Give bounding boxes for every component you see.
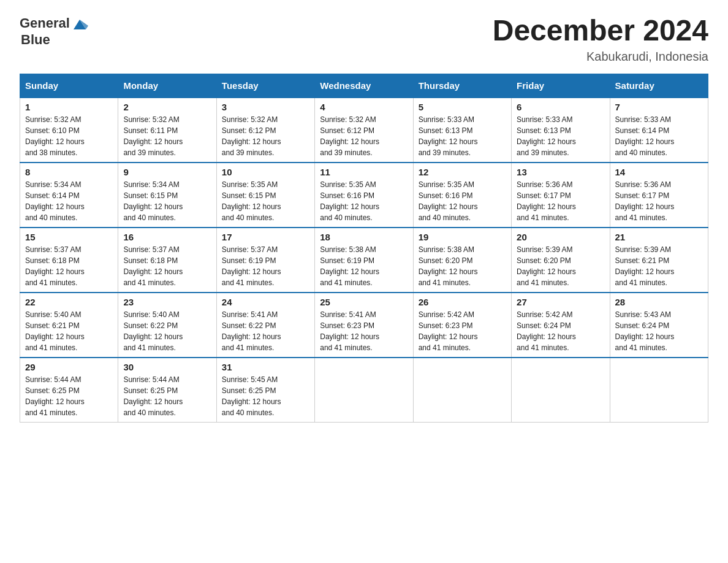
day-number: 23 [123,297,211,307]
day-number: 4 [320,102,408,112]
day-info: Sunrise: 5:32 AMSunset: 6:10 PMDaylight:… [25,114,113,158]
day-info: Sunrise: 5:37 AMSunset: 6:18 PMDaylight:… [123,244,211,288]
day-info: Sunrise: 5:40 AMSunset: 6:21 PMDaylight:… [25,309,113,353]
day-info: Sunrise: 5:39 AMSunset: 6:21 PMDaylight:… [615,244,703,288]
day-cell: 22Sunrise: 5:40 AMSunset: 6:21 PMDayligh… [20,293,118,358]
col-header-thursday: Thursday [413,74,511,98]
day-cell: 5Sunrise: 5:33 AMSunset: 6:13 PMDaylight… [413,98,511,163]
col-header-saturday: Saturday [610,74,708,98]
day-number: 18 [320,232,408,242]
day-number: 19 [419,232,506,242]
logo-general: General [20,15,70,31]
day-info: Sunrise: 5:35 AMSunset: 6:16 PMDaylight:… [419,179,506,223]
day-number: 31 [222,362,309,372]
day-number: 6 [517,102,604,112]
day-cell: 24Sunrise: 5:41 AMSunset: 6:22 PMDayligh… [216,293,314,358]
day-cell: 18Sunrise: 5:38 AMSunset: 6:19 PMDayligh… [315,228,413,293]
day-cell: 11Sunrise: 5:35 AMSunset: 6:16 PMDayligh… [315,163,413,228]
day-cell: 15Sunrise: 5:37 AMSunset: 6:18 PMDayligh… [20,228,118,293]
week-row-1: 1Sunrise: 5:32 AMSunset: 6:10 PMDaylight… [20,98,708,163]
day-cell: 21Sunrise: 5:39 AMSunset: 6:21 PMDayligh… [610,228,708,293]
day-info: Sunrise: 5:35 AMSunset: 6:15 PMDaylight:… [222,179,309,223]
day-cell [512,358,610,423]
day-number: 20 [517,232,604,242]
title-block: December 2024 Kabukarudi, Indonesia [493,15,708,64]
week-row-5: 29Sunrise: 5:44 AMSunset: 6:25 PMDayligh… [20,358,708,423]
day-number: 11 [320,167,408,177]
day-number: 1 [25,102,113,112]
day-cell: 2Sunrise: 5:32 AMSunset: 6:11 PMDaylight… [118,98,216,163]
logo: General Blue [20,15,88,48]
day-cell: 13Sunrise: 5:36 AMSunset: 6:17 PMDayligh… [512,163,610,228]
col-header-friday: Friday [512,74,610,98]
day-info: Sunrise: 5:37 AMSunset: 6:18 PMDaylight:… [25,244,113,288]
day-info: Sunrise: 5:44 AMSunset: 6:25 PMDaylight:… [123,374,211,418]
day-cell: 28Sunrise: 5:43 AMSunset: 6:24 PMDayligh… [610,293,708,358]
day-info: Sunrise: 5:41 AMSunset: 6:23 PMDaylight:… [320,309,408,353]
day-info: Sunrise: 5:33 AMSunset: 6:13 PMDaylight:… [419,114,506,158]
day-cell: 23Sunrise: 5:40 AMSunset: 6:22 PMDayligh… [118,293,216,358]
day-info: Sunrise: 5:44 AMSunset: 6:25 PMDaylight:… [25,374,113,418]
day-number: 7 [615,102,703,112]
day-cell [413,358,511,423]
day-info: Sunrise: 5:34 AMSunset: 6:15 PMDaylight:… [123,179,211,223]
day-cell: 10Sunrise: 5:35 AMSunset: 6:15 PMDayligh… [216,163,314,228]
day-cell: 9Sunrise: 5:34 AMSunset: 6:15 PMDaylight… [118,163,216,228]
day-info: Sunrise: 5:42 AMSunset: 6:24 PMDaylight:… [517,309,604,353]
day-cell: 6Sunrise: 5:33 AMSunset: 6:13 PMDaylight… [512,98,610,163]
day-info: Sunrise: 5:36 AMSunset: 6:17 PMDaylight:… [615,179,703,223]
day-number: 24 [222,297,309,307]
day-cell [610,358,708,423]
day-number: 2 [123,102,211,112]
day-info: Sunrise: 5:43 AMSunset: 6:24 PMDaylight:… [615,309,703,353]
day-number: 5 [419,102,506,112]
day-number: 13 [517,167,604,177]
day-info: Sunrise: 5:39 AMSunset: 6:20 PMDaylight:… [517,244,604,288]
header-row: SundayMondayTuesdayWednesdayThursdayFrid… [20,74,708,98]
calendar-table: SundayMondayTuesdayWednesdayThursdayFrid… [20,74,708,423]
col-header-wednesday: Wednesday [315,74,413,98]
col-header-tuesday: Tuesday [216,74,314,98]
day-info: Sunrise: 5:45 AMSunset: 6:25 PMDaylight:… [222,374,309,418]
day-number: 9 [123,167,211,177]
day-number: 8 [25,167,113,177]
day-number: 12 [419,167,506,177]
month-title: December 2024 [493,15,708,47]
day-number: 27 [517,297,604,307]
day-number: 16 [123,232,211,242]
col-header-sunday: Sunday [20,74,118,98]
day-number: 14 [615,167,703,177]
day-cell: 27Sunrise: 5:42 AMSunset: 6:24 PMDayligh… [512,293,610,358]
day-cell: 31Sunrise: 5:45 AMSunset: 6:25 PMDayligh… [216,358,314,423]
day-info: Sunrise: 5:37 AMSunset: 6:19 PMDaylight:… [222,244,309,288]
day-cell: 16Sunrise: 5:37 AMSunset: 6:18 PMDayligh… [118,228,216,293]
day-info: Sunrise: 5:38 AMSunset: 6:20 PMDaylight:… [419,244,506,288]
day-number: 28 [615,297,703,307]
day-info: Sunrise: 5:42 AMSunset: 6:23 PMDaylight:… [419,309,506,353]
week-row-2: 8Sunrise: 5:34 AMSunset: 6:14 PMDaylight… [20,163,708,228]
day-info: Sunrise: 5:33 AMSunset: 6:14 PMDaylight:… [615,114,703,158]
logo-triangle-icon [71,15,88,32]
day-info: Sunrise: 5:32 AMSunset: 6:12 PMDaylight:… [320,114,408,158]
day-cell: 25Sunrise: 5:41 AMSunset: 6:23 PMDayligh… [315,293,413,358]
day-cell: 7Sunrise: 5:33 AMSunset: 6:14 PMDaylight… [610,98,708,163]
day-number: 21 [615,232,703,242]
day-info: Sunrise: 5:33 AMSunset: 6:13 PMDaylight:… [517,114,604,158]
day-number: 10 [222,167,309,177]
day-cell: 30Sunrise: 5:44 AMSunset: 6:25 PMDayligh… [118,358,216,423]
day-number: 3 [222,102,309,112]
day-cell: 26Sunrise: 5:42 AMSunset: 6:23 PMDayligh… [413,293,511,358]
day-cell: 3Sunrise: 5:32 AMSunset: 6:12 PMDaylight… [216,98,314,163]
day-info: Sunrise: 5:35 AMSunset: 6:16 PMDaylight:… [320,179,408,223]
day-info: Sunrise: 5:34 AMSunset: 6:14 PMDaylight:… [25,179,113,223]
page-header: General Blue December 2024 Kabukarudi, I… [20,15,708,64]
day-info: Sunrise: 5:40 AMSunset: 6:22 PMDaylight:… [123,309,211,353]
day-cell: 20Sunrise: 5:39 AMSunset: 6:20 PMDayligh… [512,228,610,293]
day-info: Sunrise: 5:41 AMSunset: 6:22 PMDaylight:… [222,309,309,353]
day-number: 25 [320,297,408,307]
week-row-4: 22Sunrise: 5:40 AMSunset: 6:21 PMDayligh… [20,293,708,358]
day-info: Sunrise: 5:32 AMSunset: 6:12 PMDaylight:… [222,114,309,158]
day-cell [315,358,413,423]
day-number: 26 [419,297,506,307]
day-cell: 17Sunrise: 5:37 AMSunset: 6:19 PMDayligh… [216,228,314,293]
